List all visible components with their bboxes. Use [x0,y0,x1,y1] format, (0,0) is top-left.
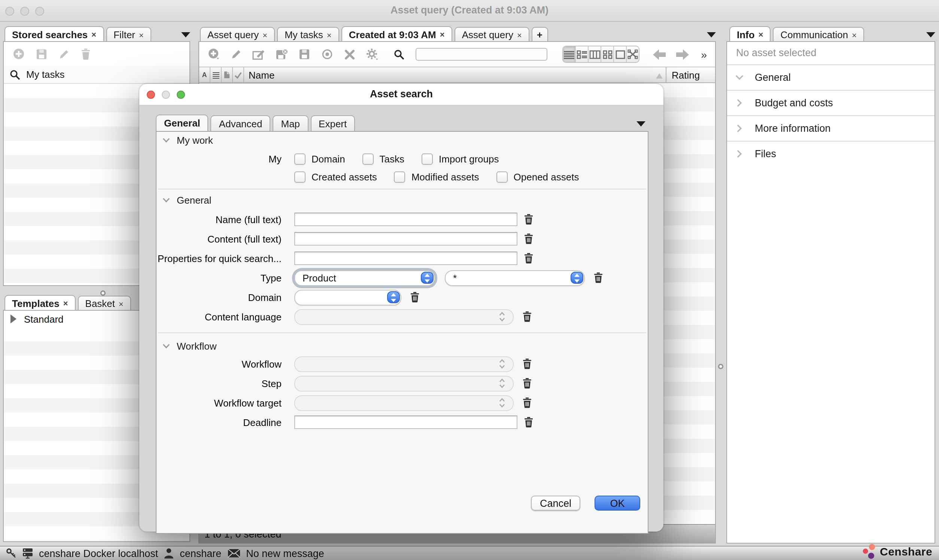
checkbox-opened-assets[interactable] [496,171,508,182]
domain-select[interactable] [294,289,401,305]
type-subselect[interactable]: * [445,270,585,286]
splitter-grip[interactable] [718,364,723,369]
close-icon[interactable]: × [63,299,68,308]
clear-field-trash-icon[interactable] [524,234,533,244]
section-workflow[interactable]: Workflow [157,338,648,354]
content-input[interactable] [294,232,517,246]
tab-overflow-icon[interactable] [181,32,190,37]
workflow-select[interactable] [294,356,514,372]
properties-input[interactable] [294,252,517,265]
clear-field-trash-icon[interactable] [594,272,603,283]
clear-field-trash-icon[interactable] [524,214,533,225]
column-header-rating[interactable]: Rating [666,68,715,82]
tab-asset-query-1[interactable]: Asset query × [200,27,275,42]
deadline-input[interactable] [294,415,517,429]
dialog-tab-map[interactable]: Map [273,115,308,131]
dialog-tab-general[interactable]: General [156,115,209,131]
save-discard-icon[interactable] [276,48,288,60]
tab-communication[interactable]: Communication × [773,27,865,42]
close-icon[interactable]: × [327,30,332,39]
close-icon[interactable]: × [852,30,857,39]
column-type-icon[interactable]: A [199,68,211,82]
expand-triangle-icon[interactable] [11,314,17,323]
view-single-button[interactable] [614,46,627,62]
clear-field-trash-icon[interactable] [523,378,532,389]
ok-button[interactable]: OK [594,495,640,511]
tab-info[interactable]: Info × [729,26,771,42]
step-select[interactable] [294,375,514,391]
clear-field-trash-icon[interactable] [524,417,533,428]
clear-field-trash-icon[interactable] [523,358,532,369]
forward-icon[interactable] [676,49,689,60]
info-section-general[interactable]: General [727,65,934,91]
server-name[interactable]: censhare Docker localhost [39,548,158,559]
delete-x-icon[interactable] [345,49,355,60]
close-icon[interactable]: × [139,30,144,39]
toolbar-overflow-icon[interactable]: » [701,48,707,60]
info-section-more-information[interactable]: More information [727,116,934,142]
close-icon[interactable]: × [759,30,764,39]
checkbox-modified-assets[interactable] [394,171,405,182]
checkbox-import-groups[interactable] [422,153,433,164]
edit-in-window-icon[interactable] [252,48,265,60]
workflow-target-select[interactable] [294,395,514,411]
back-icon[interactable] [653,49,666,60]
clear-field-trash-icon[interactable] [523,311,532,322]
close-icon[interactable]: × [91,30,96,39]
message-status[interactable]: No new message [246,548,324,559]
name-input[interactable] [294,212,517,226]
dialog-tab-expert[interactable]: Expert [310,115,355,131]
content-language-select[interactable] [294,309,514,325]
close-icon[interactable]: × [440,30,445,39]
dialog-tab-advanced[interactable]: Advanced [211,115,271,131]
tab-filter[interactable]: Filter × [106,27,151,42]
tab-created-at-903[interactable]: Created at 9:03 AM × [342,26,452,42]
checkbox-created-assets[interactable] [294,171,305,182]
stored-search-item[interactable]: My tasks [4,66,189,84]
clear-field-trash-icon[interactable] [410,292,419,303]
info-section-budget[interactable]: Budget and costs [727,91,934,116]
view-detail-list-button[interactable] [576,46,588,62]
view-list-button[interactable] [563,46,576,62]
column-rows-icon[interactable] [211,68,222,82]
info-section-files[interactable]: Files [727,142,934,166]
search-input[interactable] [416,48,547,61]
cancel-button[interactable]: Cancel [531,495,580,511]
edit-icon[interactable] [58,48,70,60]
save-icon[interactable] [299,49,310,60]
close-icon[interactable]: × [119,299,123,308]
preview-eye-icon[interactable] [320,49,334,59]
checkbox-domain[interactable] [294,153,305,164]
clear-field-trash-icon[interactable] [523,397,532,408]
tab-overflow-icon[interactable] [636,121,645,126]
new-asset-icon[interactable] [208,48,220,61]
new-tab-button[interactable]: + [532,27,548,42]
tab-templates[interactable]: Templates × [5,295,75,311]
tab-asset-query-2[interactable]: Asset query × [454,27,530,42]
type-select[interactable]: Product [294,270,435,286]
close-icon[interactable]: × [517,30,522,39]
tab-my-tasks[interactable]: My tasks × [277,27,339,42]
tab-stored-searches[interactable]: Stored searches × [5,26,104,42]
column-page-icon[interactable] [222,68,233,82]
close-icon[interactable]: × [262,30,267,39]
section-my-work[interactable]: My work [157,132,648,148]
tab-basket[interactable]: Basket × [78,296,131,311]
view-shuffle-button[interactable] [627,46,639,62]
edit-icon[interactable] [231,49,242,60]
column-header-name[interactable]: Name [244,69,666,80]
view-grid-button[interactable] [601,46,614,62]
section-general[interactable]: General [157,192,648,208]
checkbox-tasks[interactable] [362,153,374,164]
view-columns-button[interactable] [588,46,601,62]
clear-field-trash-icon[interactable] [524,253,533,263]
column-check-icon[interactable] [233,68,244,82]
add-icon[interactable] [13,48,25,60]
save-icon[interactable] [36,48,47,60]
panel-resize-grip[interactable] [100,291,106,296]
tab-overflow-icon[interactable] [926,32,935,37]
delete-icon[interactable] [81,48,91,60]
tab-overflow-icon[interactable] [707,32,716,37]
user-name[interactable]: censhare [180,548,221,559]
settings-gear-icon[interactable] [365,48,379,61]
